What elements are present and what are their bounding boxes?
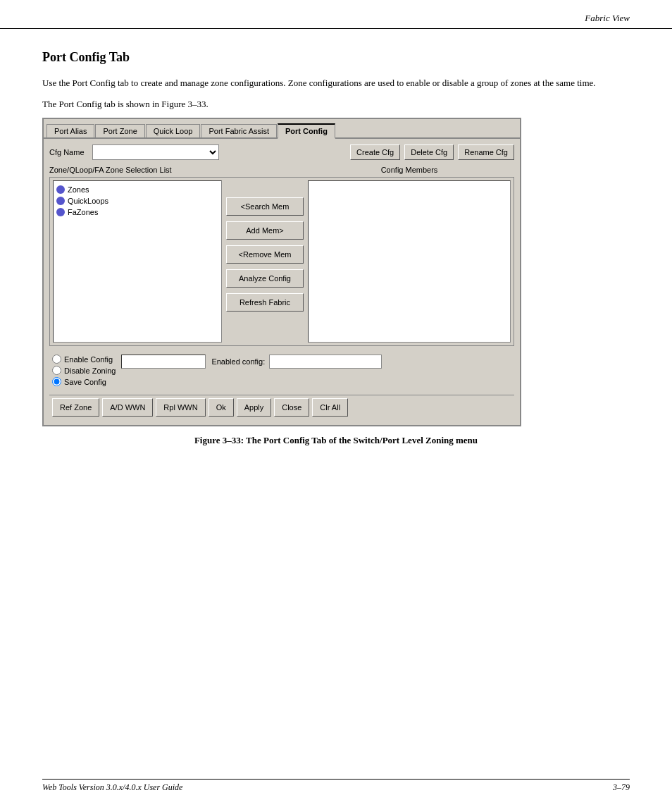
clr-all-button[interactable]: Clr All [312,398,348,417]
zone-list[interactable]: Zones QuickLoops FaZones [53,180,222,343]
tab-port-fabric-assist[interactable]: Port Fabric Assist [201,124,277,137]
enabled-config-area: Enabled config: [211,355,511,369]
radio-enable-config: Enable Config [52,355,116,364]
zone-item-zones: Zones [56,184,218,195]
tab-port-zone[interactable]: Port Zone [95,124,144,137]
remove-mem-button[interactable]: <Remove Mem [226,245,304,264]
bottom-button-bar: Ref Zone A/D WWN Rpl WWN Ok Apply Close … [49,395,514,419]
radio-enable-config-input[interactable] [52,355,61,364]
ok-button[interactable]: Ok [209,398,234,417]
left-section: Zones QuickLoops FaZones [53,180,222,343]
page-footer: Web Tools Version 3.0.x/4.0.x User Guide… [42,779,630,793]
delete-cfg-button[interactable]: Delete Cfg [404,144,454,160]
zone-item-fazones: FaZones [56,207,218,218]
ad-wwn-button[interactable]: A/D WWN [102,398,153,417]
radio-save-config: Save Config [52,377,116,386]
add-mem-button[interactable]: Add Mem> [226,221,304,240]
zone-dot-fazones [56,208,65,216]
radio-save-config-label: Save Config [64,378,106,386]
cfg-name-row: Cfg Name Create Cfg Delete Cfg Rename Cf… [49,144,514,160]
radio-save-config-input[interactable] [52,377,61,386]
config-text-input[interactable] [121,355,206,369]
zone-dot-zones [56,185,65,194]
rpl-wwn-button[interactable]: Rpl WWN [156,398,205,417]
left-col-label: Zone/QLoop/FA Zone Selection List [49,166,218,174]
zone-label-fazones: FaZones [68,208,98,216]
cfg-name-select-wrapper[interactable] [92,144,346,160]
tab-bar: Port Alias Port Zone Quick Loop Port Fab… [44,119,520,139]
dialog-content: Cfg Name Create Cfg Delete Cfg Rename Cf… [44,139,520,425]
footer-left: Web Tools Version 3.0.x/4.0.x User Guide [42,782,182,793]
middle-spacer [223,166,300,174]
middle-buttons: <Search Mem Add Mem> <Remove Mem Analyze… [226,180,304,343]
radio-enable-config-label: Enable Config [64,355,113,364]
rename-cfg-button[interactable]: Rename Cfg [458,144,514,160]
enabled-config-label: Enabled config: [211,357,265,366]
radio-disable-zoning-label: Disable Zoning [64,366,116,375]
create-cfg-button[interactable]: Create Cfg [350,144,400,160]
refresh-fabric-button[interactable]: Refresh Fabric [226,293,304,312]
config-members-list[interactable] [308,180,511,343]
figure-caption: Figure 3–33: The Port Config Tab of the … [42,435,630,446]
zone-label-quickloops: QuickLoops [68,197,108,205]
section-title: Port Config Tab [42,50,630,65]
tab-port-alias[interactable]: Port Alias [46,124,94,137]
bottom-controls: Enable Config Disable Zoning Save Config… [49,352,514,389]
radio-group: Enable Config Disable Zoning Save Config [52,355,116,386]
cfg-name-select[interactable] [92,144,219,160]
zone-label-zones: Zones [68,185,89,194]
section-desc-2: The Port Config tab is shown in Figure 3… [42,97,630,111]
radio-disable-zoning-input[interactable] [52,366,61,375]
page-header: Fabric View [0,0,672,29]
radio-disable-zoning: Disable Zoning [52,366,116,375]
cfg-name-label: Cfg Name [49,148,88,156]
page-content: Port Config Tab Use the Port Config tab … [0,29,672,467]
zone-item-quickloops: QuickLoops [56,195,218,207]
two-col-header: Zone/QLoop/FA Zone Selection List Config… [49,166,514,174]
analyze-config-button[interactable]: Analyze Config [226,269,304,288]
dialog-box: Port Alias Port Zone Quick Loop Port Fab… [42,118,521,426]
apply-button[interactable]: Apply [237,398,272,417]
right-section [308,180,511,343]
section-desc-1: Use the Port Config tab to create and ma… [42,76,630,90]
main-panel: Zones QuickLoops FaZones <Se [49,177,514,346]
tab-quick-loop[interactable]: Quick Loop [146,124,201,137]
enabled-config-value [269,355,382,369]
header-title: Fabric View [585,13,630,24]
zone-dot-quickloops [56,197,65,205]
footer-right: 3–79 [613,782,630,793]
close-button[interactable]: Close [274,398,309,417]
tab-port-config[interactable]: Port Config [278,123,335,139]
ref-zone-button[interactable]: Ref Zone [52,398,99,417]
right-col-label: Config Members [304,166,514,174]
search-mem-button[interactable]: <Search Mem [226,197,304,216]
